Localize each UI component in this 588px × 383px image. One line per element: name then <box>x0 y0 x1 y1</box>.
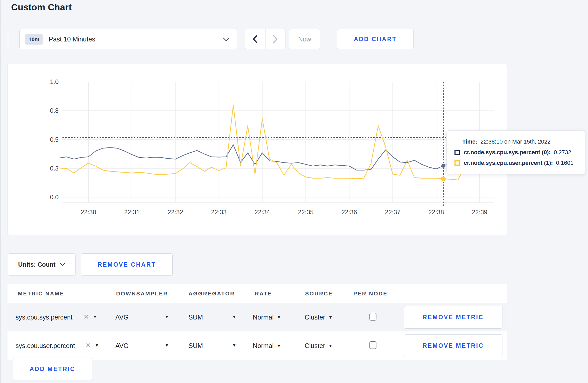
svg-text:0.5: 0.5 <box>50 136 59 143</box>
svg-text:22:36: 22:36 <box>341 209 357 216</box>
aggregator-caret-icon[interactable]: ▼ <box>232 343 236 348</box>
metric-row-user: sys.cpu.user.percent ✕ ▼ AVG ▼ SUM ▼ Nor… <box>8 331 507 360</box>
units-dropdown[interactable]: Units: Count <box>8 253 76 276</box>
chevron-down-icon <box>222 37 230 43</box>
header-downsampler: DOWNSAMPLER <box>116 290 168 297</box>
time-pager <box>245 29 285 49</box>
user-series-swatch-icon <box>454 160 460 166</box>
aggregator-select[interactable]: SUM <box>188 342 203 350</box>
source-value: Cluster <box>305 342 325 350</box>
rate-value: Normal <box>253 342 274 350</box>
aggregator-select[interactable]: SUM <box>188 314 203 321</box>
remove-metric-button[interactable]: REMOVE METRIC <box>404 334 502 357</box>
add-metric-button[interactable]: ADD METRIC <box>13 358 92 380</box>
rate-value: Normal <box>253 314 274 321</box>
metric-name-select[interactable]: sys.cpu.sys.percent <box>16 314 73 321</box>
now-button[interactable]: Now <box>289 29 320 49</box>
rate-select[interactable]: Normal ▼ <box>253 342 281 350</box>
tooltip-time-value: 22:38:10 on Mar 15th, 2022 <box>480 138 550 145</box>
metric-caret-icon[interactable]: ▼ <box>95 343 99 348</box>
downsampler-caret-icon[interactable]: ▼ <box>165 314 169 320</box>
downsampler-caret-icon[interactable]: ▼ <box>165 343 169 348</box>
chevron-right-icon <box>272 35 278 44</box>
per-node-checkbox[interactable] <box>369 341 376 349</box>
chevron-down-icon <box>60 263 65 267</box>
tooltip-time-row: Time: 22:38:10 on Mar 15th, 2022 <box>454 138 585 145</box>
aggregator-caret-icon[interactable]: ▼ <box>232 314 236 320</box>
time-range-badge: 10m <box>25 34 43 45</box>
metric-name-select[interactable]: sys.cpu.user.percent <box>16 342 75 350</box>
tooltip-sys-value: 0.2732 <box>554 149 571 156</box>
svg-text:22:30: 22:30 <box>81 209 96 216</box>
source-select[interactable]: Cluster ▼ <box>305 342 333 350</box>
prev-time-button[interactable] <box>245 29 265 49</box>
svg-text:0.0: 0.0 <box>50 194 59 201</box>
metrics-table: METRIC NAME DOWNSAMPLER AGGREGATOR RATE … <box>8 284 507 360</box>
page-title: Custom Chart <box>11 2 72 12</box>
chevron-left-icon <box>252 35 258 44</box>
time-range-dropdown[interactable]: 10m Past 10 Minutes <box>19 29 237 49</box>
downsampler-select[interactable]: AVG <box>115 342 129 350</box>
remove-metric-button[interactable]: REMOVE METRIC <box>404 306 502 329</box>
header-per-node: PER NODE <box>353 290 388 297</box>
downsampler-select[interactable]: AVG <box>115 314 129 321</box>
header-rate: RATE <box>255 290 272 297</box>
clear-metric-icon[interactable]: ✕ <box>85 342 91 350</box>
svg-text:0.8: 0.8 <box>50 107 59 114</box>
tooltip-series-row: cr.node.sys.cpu.sys.percent (0): 0.2732 <box>454 149 585 156</box>
sys-series-swatch-icon <box>454 150 460 155</box>
tooltip-sys-label: cr.node.sys.cpu.sys.percent (0): <box>464 149 551 156</box>
svg-text:22:35: 22:35 <box>298 209 313 216</box>
svg-text:22:38: 22:38 <box>428 209 444 216</box>
source-caret-icon: ▼ <box>328 343 333 349</box>
rate-caret-icon: ▼ <box>277 315 281 320</box>
chart-card: 0.00.30.50.81.022:3022:3122:3222:3322:34… <box>8 64 507 235</box>
tooltip-series-row: cr.node.sys.cpu.user.percent (1): 0.1601 <box>454 160 585 166</box>
source-value: Cluster <box>305 314 325 321</box>
header-aggregator: AGGREGATOR <box>188 290 235 297</box>
cpu-usage-chart[interactable]: 0.00.30.50.81.022:3022:3122:3222:3322:34… <box>8 64 507 235</box>
time-range-label: Past 10 Minutes <box>49 36 95 43</box>
header-source: SOURCE <box>305 290 333 297</box>
units-label: Units: Count <box>18 261 55 268</box>
page-left-border <box>1 0 1 383</box>
remove-chart-button[interactable]: REMOVE CHART <box>81 253 173 276</box>
source-select[interactable]: Cluster ▼ <box>305 314 333 321</box>
svg-text:0.3: 0.3 <box>50 165 59 172</box>
tooltip-user-label: cr.node.sys.cpu.user.percent (1): <box>464 160 553 166</box>
svg-text:22:33: 22:33 <box>211 209 227 216</box>
svg-text:1.0: 1.0 <box>50 78 59 85</box>
rate-select[interactable]: Normal ▼ <box>253 314 281 321</box>
tooltip-user-value: 0.1601 <box>556 160 573 166</box>
metric-row-sys: sys.cpu.sys.percent ✕ ▼ AVG ▼ SUM ▼ Norm… <box>8 303 507 331</box>
per-node-checkbox[interactable] <box>369 313 376 321</box>
add-chart-button[interactable]: ADD CHART <box>337 29 414 49</box>
metric-caret-icon[interactable]: ▼ <box>93 314 97 320</box>
svg-text:22:37: 22:37 <box>385 209 401 216</box>
metrics-table-header: METRIC NAME DOWNSAMPLER AGGREGATOR RATE … <box>8 284 507 303</box>
svg-text:22:32: 22:32 <box>167 209 183 216</box>
tooltip-time-label: Time: <box>462 138 477 145</box>
toolbar-divider <box>8 29 8 49</box>
rate-caret-icon: ▼ <box>277 343 281 349</box>
next-time-button[interactable] <box>265 29 285 49</box>
chart-hover-tooltip: Time: 22:38:10 on Mar 15th, 2022 cr.node… <box>446 130 585 174</box>
svg-text:22:31: 22:31 <box>124 209 140 216</box>
header-metric-name: METRIC NAME <box>18 290 64 297</box>
svg-text:22:39: 22:39 <box>472 209 487 216</box>
clear-metric-icon[interactable]: ✕ <box>83 313 89 321</box>
source-caret-icon: ▼ <box>328 315 333 320</box>
svg-text:22:34: 22:34 <box>255 209 270 216</box>
